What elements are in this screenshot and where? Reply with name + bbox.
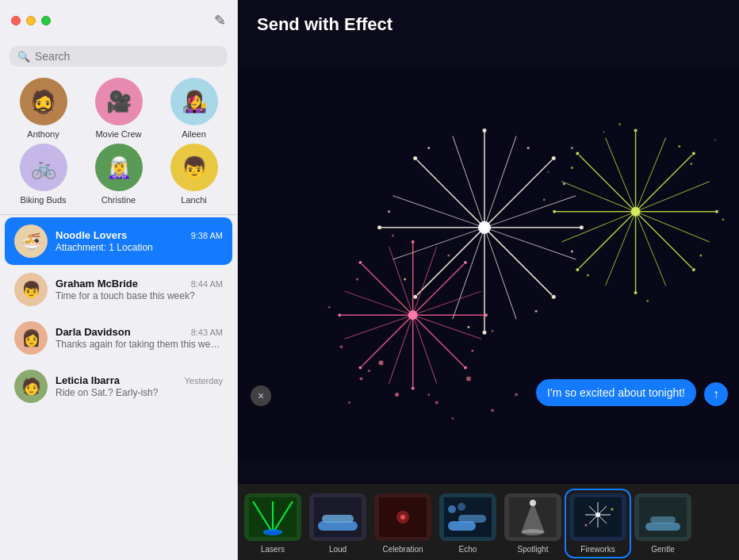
close-effect-button[interactable]: × bbox=[251, 385, 271, 406]
contact-name-anthony: Anthony bbox=[27, 129, 59, 139]
effect-label-gentle: Gentle bbox=[651, 545, 674, 554]
svg-rect-125 bbox=[322, 515, 354, 523]
svg-point-103 bbox=[395, 393, 399, 397]
svg-point-111 bbox=[571, 147, 573, 149]
svg-point-116 bbox=[667, 179, 668, 181]
svg-point-59 bbox=[408, 310, 418, 320]
conversation-noodle-lovers[interactable]: 🍜 Noodle Lovers 9:38 AM Attachment: 1 Lo… bbox=[5, 217, 232, 265]
conv-info-graham: Graham McBride 8:44 AM Time for a touch … bbox=[56, 278, 223, 301]
effect-lasers[interactable]: Lasers bbox=[241, 490, 304, 557]
svg-point-97 bbox=[722, 218, 724, 221]
conversation-darla-davidson[interactable]: 👩 Darla Davidson 8:43 AM Thanks again fo… bbox=[5, 314, 232, 362]
conv-time-darla: 8:43 AM bbox=[191, 328, 223, 337]
svg-point-90 bbox=[553, 210, 556, 213]
svg-point-17 bbox=[482, 128, 486, 132]
effect-gentle[interactable]: Gentle bbox=[631, 490, 695, 557]
effect-label-fireworks: Fireworks bbox=[580, 545, 615, 554]
conv-preview-darla: Thanks again for taking them this weeken… bbox=[56, 339, 223, 350]
avatar-movie-crew: 🎥 bbox=[95, 78, 143, 125]
avatar-christine: 🧝‍♀️ bbox=[95, 144, 143, 191]
conv-name-row-darla: Darla Davidson 8:43 AM bbox=[56, 326, 223, 338]
conv-info-leticia: Leticia Ibarra Yesterday Ride on Sat.? E… bbox=[56, 374, 223, 398]
pinned-contact-lanchi[interactable]: 👦 Lanchi bbox=[159, 144, 229, 205]
svg-point-87 bbox=[692, 268, 695, 271]
svg-point-85 bbox=[692, 152, 695, 155]
conversation-graham-mcbride[interactable]: 👦 Graham McBride 8:44 AM Time for a touc… bbox=[5, 266, 232, 313]
compose-button[interactable]: ✎ bbox=[214, 12, 226, 29]
svg-point-101 bbox=[379, 360, 384, 365]
conv-info-darla: Darla Davidson 8:43 AM Thanks again for … bbox=[56, 326, 223, 350]
conversation-leticia-ibarra[interactable]: 🧑 Leticia Ibarra Yesterday Ride on Sat.?… bbox=[5, 362, 232, 410]
avatar-aileen: 👩‍🎤 bbox=[170, 78, 218, 125]
titlebar: ✎ bbox=[0, 0, 237, 41]
svg-point-32 bbox=[404, 278, 406, 281]
svg-point-94 bbox=[699, 254, 702, 256]
search-input[interactable] bbox=[35, 50, 220, 63]
compose-icon: ✎ bbox=[214, 13, 226, 29]
effect-echo[interactable]: Echo bbox=[436, 490, 500, 557]
effect-celebration[interactable]: Celebration bbox=[371, 490, 435, 557]
svg-point-96 bbox=[571, 167, 573, 169]
svg-point-23 bbox=[377, 225, 381, 229]
conv-name-row-graham: Graham McBride 8:44 AM bbox=[56, 278, 223, 290]
svg-point-100 bbox=[618, 123, 621, 125]
page-title: Send with Effect bbox=[238, 0, 739, 43]
minimize-traffic-light[interactable] bbox=[26, 16, 36, 25]
avatar-lanchi: 👦 bbox=[170, 144, 218, 191]
effect-fireworks[interactable]: Fireworks bbox=[566, 490, 630, 557]
effect-loud[interactable]: Loud bbox=[306, 490, 370, 557]
effect-label-echo: Echo bbox=[459, 545, 477, 554]
pinned-contact-aileen[interactable]: 👩‍🎤 Aileen bbox=[159, 78, 229, 139]
conv-preview-noodle-lovers: Attachment: 1 Location bbox=[56, 242, 223, 253]
svg-point-128 bbox=[400, 515, 405, 520]
pinned-contact-movie-crew[interactable]: 🎥 Movie Crew bbox=[83, 78, 154, 139]
send-button[interactable]: ↑ bbox=[704, 382, 728, 406]
svg-point-112 bbox=[547, 171, 549, 173]
svg-rect-131 bbox=[458, 515, 486, 523]
avatar-anthony: 🧔 bbox=[20, 78, 67, 125]
svg-point-108 bbox=[491, 409, 494, 412]
svg-point-56 bbox=[358, 366, 362, 369]
svg-point-114 bbox=[690, 163, 692, 165]
fullscreen-traffic-light[interactable] bbox=[41, 16, 51, 25]
conv-name-noodle-lovers: Noodle Lovers bbox=[56, 229, 127, 241]
search-icon: 🔍 bbox=[17, 51, 30, 63]
effect-thumbnail-echo bbox=[439, 493, 496, 541]
svg-point-19 bbox=[580, 225, 584, 229]
conv-time-leticia: Yesterday bbox=[184, 376, 223, 385]
contact-name-aileen: Aileen bbox=[182, 129, 206, 139]
svg-point-34 bbox=[427, 147, 430, 149]
effect-label-lasers: Lasers bbox=[261, 545, 285, 554]
svg-point-18 bbox=[552, 156, 556, 160]
send-icon: ↑ bbox=[713, 387, 719, 401]
search-bar[interactable]: 🔍 bbox=[10, 46, 228, 67]
pinned-contact-christine[interactable]: 🧝‍♀️ Christine bbox=[83, 144, 154, 205]
contact-name-christine: Christine bbox=[101, 195, 136, 205]
svg-point-53 bbox=[484, 313, 488, 316]
conv-info-noodle-lovers: Noodle Lovers 9:38 AM Attachment: 1 Loca… bbox=[56, 229, 223, 253]
svg-point-58 bbox=[358, 261, 362, 264]
svg-point-93 bbox=[678, 145, 680, 148]
effect-label-loud: Loud bbox=[329, 545, 347, 554]
contact-name-movie-crew: Movie Crew bbox=[95, 129, 141, 139]
svg-rect-151 bbox=[645, 523, 680, 531]
svg-point-61 bbox=[471, 350, 473, 352]
svg-point-133 bbox=[458, 503, 465, 511]
conv-preview-leticia: Ride on Sat.? Early-ish? bbox=[56, 387, 223, 398]
svg-point-54 bbox=[464, 366, 467, 369]
conv-preview-graham: Time for a touch base this week? bbox=[56, 290, 223, 301]
pinned-contact-anthony[interactable]: 🧔 Anthony bbox=[8, 78, 78, 139]
fireworks-display bbox=[238, 43, 739, 484]
svg-point-109 bbox=[348, 401, 350, 404]
svg-point-63 bbox=[356, 278, 358, 281]
close-traffic-light[interactable] bbox=[11, 16, 21, 25]
effect-spotlight[interactable]: Spotlight bbox=[501, 490, 565, 557]
svg-point-24 bbox=[413, 156, 417, 160]
effect-thumbnail-celebration bbox=[374, 493, 431, 541]
svg-point-55 bbox=[412, 386, 415, 389]
conv-name-darla: Darla Davidson bbox=[56, 326, 131, 338]
svg-point-65 bbox=[328, 306, 331, 309]
svg-point-115 bbox=[714, 140, 716, 141]
svg-point-106 bbox=[451, 417, 454, 420]
pinned-contact-biking-buds[interactable]: 🚲 Biking Buds bbox=[8, 144, 78, 205]
